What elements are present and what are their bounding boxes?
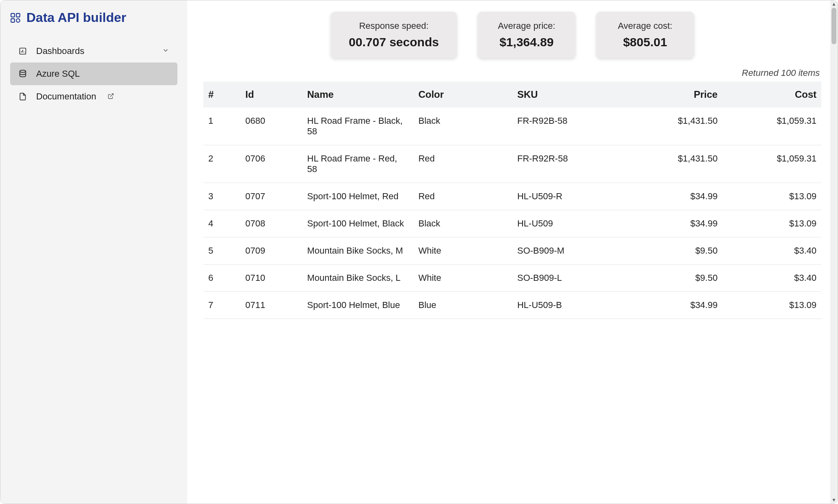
cell-name: Mountain Bike Socks, M: [302, 237, 414, 265]
main-content: Response speed: 00.707 seconds Average p…: [187, 0, 838, 504]
stat-value: $805.01: [614, 35, 676, 49]
cell-name: Sport-100 Helmet, Red: [302, 183, 414, 210]
cell-price: $1,431.50: [624, 108, 723, 145]
cell-cost: $13.09: [722, 210, 821, 237]
scrollbar-thumb[interactable]: [832, 8, 836, 44]
stat-average-cost: Average cost: $805.01: [596, 12, 694, 58]
dashboard-icon: [18, 47, 27, 55]
cell-id: 0709: [240, 237, 302, 265]
stat-label: Response speed:: [349, 21, 439, 31]
cell-price: $34.99: [624, 292, 723, 319]
document-icon: [18, 93, 27, 101]
returned-count: Returned 100 items: [203, 68, 820, 78]
col-name[interactable]: Name: [302, 82, 414, 108]
sidebar-item-dashboards[interactable]: Dashboards: [10, 40, 177, 62]
table-body: 10680HL Road Frame - Black, 58BlackFR-R9…: [203, 108, 821, 319]
cell-cost: $1,059.31: [722, 145, 821, 183]
cell-name: Mountain Bike Socks, L: [302, 265, 414, 292]
table-row[interactable]: 50709Mountain Bike Socks, MWhiteSO-B909-…: [203, 237, 821, 265]
cell-sku: SO-B909-L: [512, 265, 624, 292]
sidebar-nav: Dashboards Azure SQL: [0, 40, 187, 108]
col-price[interactable]: Price: [624, 82, 723, 108]
cell-name: Sport-100 Helmet, Blue: [302, 292, 414, 319]
cell-index: 2: [203, 145, 240, 183]
cell-cost: $3.40: [722, 265, 821, 292]
app-window: Data API builder Dashboards: [0, 0, 838, 504]
cell-color: Black: [413, 108, 512, 145]
stat-label: Average cost:: [614, 21, 676, 31]
svg-point-3: [16, 19, 20, 22]
cell-name: HL Road Frame - Black, 58: [302, 108, 414, 145]
scroll-down-icon[interactable]: ▼: [830, 496, 838, 504]
cell-id: 0708: [240, 210, 302, 237]
sidebar-item-documentation[interactable]: Documentation: [10, 85, 177, 108]
cell-color: Red: [413, 145, 512, 183]
svg-point-5: [20, 70, 26, 73]
cell-id: 0707: [240, 183, 302, 210]
results-table: # Id Name Color SKU Price Cost 10680HL R…: [203, 82, 821, 319]
cell-price: $9.50: [624, 237, 723, 265]
cell-sku: FR-R92B-58: [512, 108, 624, 145]
sidebar: Data API builder Dashboards: [0, 0, 187, 504]
table-row[interactable]: 30707Sport-100 Helmet, RedRedHL-U509-R$3…: [203, 183, 821, 210]
cell-price: $9.50: [624, 265, 723, 292]
cell-price: $1,431.50: [624, 145, 723, 183]
stat-average-price: Average price: $1,364.89: [478, 12, 575, 58]
cell-price: $34.99: [624, 183, 723, 210]
cell-index: 5: [203, 237, 240, 265]
brand-title: Data API builder: [26, 10, 126, 25]
cell-cost: $3.40: [722, 237, 821, 265]
database-icon: [18, 69, 27, 78]
brand: Data API builder: [0, 10, 187, 40]
col-index[interactable]: #: [203, 82, 240, 108]
cell-cost: $13.09: [722, 292, 821, 319]
col-sku[interactable]: SKU: [512, 82, 624, 108]
table-row[interactable]: 60710Mountain Bike Socks, LWhiteSO-B909-…: [203, 265, 821, 292]
scroll-up-icon[interactable]: ▲: [830, 0, 838, 8]
scrollbar[interactable]: ▲ ▼: [830, 0, 838, 504]
cell-color: Blue: [413, 292, 512, 319]
chevron-down-icon: [162, 46, 169, 56]
cell-color: Black: [413, 210, 512, 237]
stat-value: 00.707 seconds: [349, 35, 439, 49]
cell-index: 6: [203, 265, 240, 292]
table-row[interactable]: 40708Sport-100 Helmet, BlackBlackHL-U509…: [203, 210, 821, 237]
table-row[interactable]: 70711Sport-100 Helmet, BlueBlueHL-U509-B…: [203, 292, 821, 319]
stat-label: Average price:: [496, 21, 557, 31]
cell-cost: $13.09: [722, 183, 821, 210]
cell-id: 0706: [240, 145, 302, 183]
cell-id: 0710: [240, 265, 302, 292]
table-row[interactable]: 20706HL Road Frame - Red, 58RedFR-R92R-5…: [203, 145, 821, 183]
sidebar-item-label: Azure SQL: [36, 69, 80, 79]
cell-cost: $1,059.31: [722, 108, 821, 145]
cell-color: White: [413, 265, 512, 292]
table-header-row: # Id Name Color SKU Price Cost: [203, 82, 821, 108]
cell-index: 3: [203, 183, 240, 210]
cell-sku: SO-B909-M: [512, 237, 624, 265]
svg-rect-1: [16, 13, 20, 17]
brand-grid-icon: [10, 13, 21, 23]
col-cost[interactable]: Cost: [722, 82, 821, 108]
cell-name: HL Road Frame - Red, 58: [302, 145, 414, 183]
sidebar-item-label: Documentation: [36, 91, 96, 102]
cell-index: 4: [203, 210, 240, 237]
cell-index: 7: [203, 292, 240, 319]
external-link-icon: [108, 92, 114, 101]
cell-price: $34.99: [624, 210, 723, 237]
cell-sku: HL-U509-B: [512, 292, 624, 319]
sidebar-item-label: Dashboards: [36, 46, 84, 56]
cell-index: 1: [203, 108, 240, 145]
stat-value: $1,364.89: [496, 35, 557, 49]
svg-rect-0: [11, 13, 15, 17]
sidebar-item-azure-sql[interactable]: Azure SQL: [10, 62, 177, 85]
cell-id: 0680: [240, 108, 302, 145]
col-color[interactable]: Color: [413, 82, 512, 108]
cell-sku: HL-U509: [512, 210, 624, 237]
svg-rect-2: [11, 19, 15, 22]
stat-response-speed: Response speed: 00.707 seconds: [331, 12, 457, 58]
table-row[interactable]: 10680HL Road Frame - Black, 58BlackFR-R9…: [203, 108, 821, 145]
cell-color: White: [413, 237, 512, 265]
cell-name: Sport-100 Helmet, Black: [302, 210, 414, 237]
stats-row: Response speed: 00.707 seconds Average p…: [203, 12, 821, 58]
col-id[interactable]: Id: [240, 82, 302, 108]
